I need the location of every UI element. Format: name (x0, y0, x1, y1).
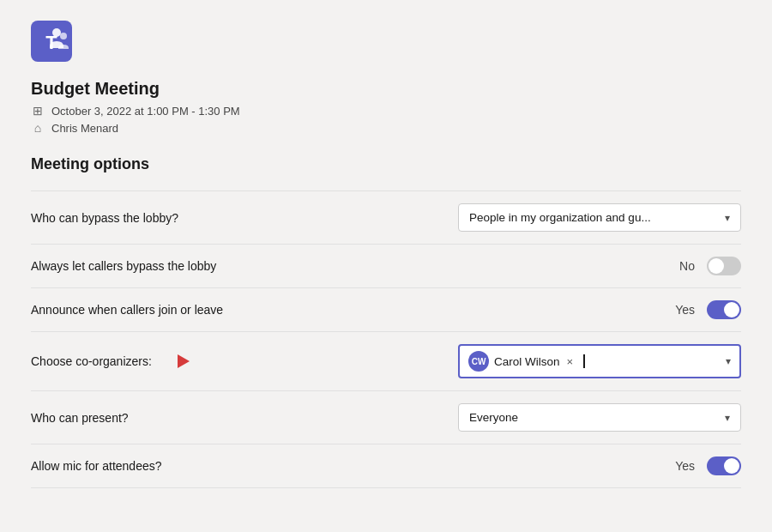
arrow-head-icon (178, 354, 190, 368)
bypass-lobby-dropdown[interactable]: People in my organization and gu... ▾ (458, 203, 741, 232)
person-icon: ⌂ (31, 121, 45, 135)
svg-point-2 (52, 28, 61, 37)
bypass-lobby-value: People in my organization and gu... (469, 211, 651, 224)
page-container: T Budget Meeting ⊞ October 3, 2022 at 1:… (0, 0, 772, 532)
option-row-callers-bypass: Always let callers bypass the lobby No (31, 245, 741, 288)
co-organizers-label: Choose co-organizers: (31, 354, 152, 368)
callers-bypass-label: Always let callers bypass the lobby (31, 259, 216, 273)
option-row-who-can-present: Who can present? Everyone ▾ (31, 391, 741, 444)
who-can-present-value: Everyone (469, 411, 518, 424)
co-org-label-wrapper: Choose co-organizers: (31, 354, 207, 368)
meeting-datetime: October 3, 2022 at 1:00 PM - 1:30 PM (51, 105, 240, 118)
allow-mic-toggle-label: Yes (675, 459, 695, 473)
allow-mic-label: Allow mic for attendees? (31, 459, 162, 473)
teams-logo-icon: T (31, 21, 72, 62)
red-arrow (178, 354, 190, 368)
options-container: Who can bypass the lobby? People in my o… (31, 190, 741, 488)
who-can-present-chevron-icon: ▾ (725, 412, 730, 424)
text-cursor (583, 354, 585, 368)
bypass-lobby-label: Who can bypass the lobby? (31, 211, 178, 225)
carol-wilson-name: Carol Wilson (494, 355, 560, 368)
meeting-organizer-row: ⌂ Chris Menard (31, 121, 741, 135)
callers-join-leave-control: Yes (675, 300, 741, 319)
option-row-bypass-lobby: Who can bypass the lobby? People in my o… (31, 190, 741, 245)
callers-bypass-control: No (679, 257, 741, 275)
callers-join-leave-label: Announce when callers join or leave (31, 303, 223, 317)
section-title: Meeting options (31, 155, 741, 173)
option-row-allow-mic: Allow mic for attendees? Yes (31, 444, 741, 488)
carol-wilson-avatar: CW (468, 351, 489, 372)
carol-wilson-tag: CW Carol Wilson × (468, 351, 573, 372)
who-can-present-label: Who can present? (31, 411, 129, 425)
callers-bypass-toggle-label: No (679, 259, 695, 273)
who-can-present-control: Everyone ▾ (458, 403, 741, 432)
callers-bypass-toggle[interactable] (707, 257, 741, 275)
allow-mic-toggle[interactable] (707, 456, 741, 475)
co-org-chevron-icon: ▾ (726, 355, 731, 367)
svg-point-3 (60, 33, 67, 39)
meeting-datetime-row: ⊞ October 3, 2022 at 1:00 PM - 1:30 PM (31, 104, 741, 118)
meeting-organizer: Chris Menard (51, 122, 118, 135)
calendar-icon: ⊞ (31, 104, 45, 118)
meeting-title: Budget Meeting (31, 79, 741, 99)
bypass-lobby-control: People in my organization and gu... ▾ (458, 203, 741, 232)
option-row-callers-join-leave: Announce when callers join or leave Yes (31, 288, 741, 332)
callers-join-leave-toggle-thumb (724, 302, 739, 317)
app-header: T (31, 21, 741, 62)
co-organizers-dropdown[interactable]: CW Carol Wilson × ▾ (458, 344, 741, 378)
callers-join-leave-toggle-label: Yes (675, 303, 695, 317)
allow-mic-toggle-thumb (724, 458, 739, 474)
option-row-co-organizers: Choose co-organizers: CW Carol Wilson × (31, 332, 741, 391)
co-org-arrow-container (160, 354, 207, 368)
meeting-meta: ⊞ October 3, 2022 at 1:00 PM - 1:30 PM ⌂… (31, 104, 741, 135)
allow-mic-control: Yes (675, 456, 741, 475)
co-org-control: CW Carol Wilson × ▾ (458, 344, 741, 378)
callers-bypass-toggle-thumb (709, 258, 724, 274)
callers-join-leave-toggle[interactable] (707, 300, 741, 319)
who-can-present-dropdown[interactable]: Everyone ▾ (458, 403, 741, 432)
bypass-lobby-chevron-icon: ▾ (725, 212, 730, 224)
carol-wilson-remove-button[interactable]: × (567, 355, 574, 368)
